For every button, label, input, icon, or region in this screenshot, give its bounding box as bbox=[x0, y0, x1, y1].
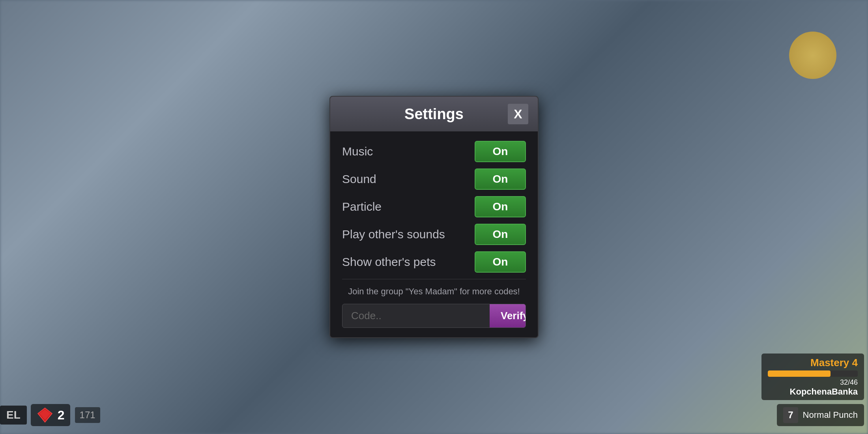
show-others-pets-toggle[interactable]: On bbox=[475, 251, 526, 273]
settings-content: Music On Sound On Particle On Play other… bbox=[330, 141, 538, 328]
group-promo-text: Join the group "Yes Madam" for more code… bbox=[342, 286, 526, 297]
music-label: Music bbox=[342, 145, 373, 158]
sound-label: Sound bbox=[342, 172, 376, 186]
modal-title: Settings bbox=[360, 106, 508, 123]
setting-row-sound: Sound On bbox=[342, 168, 526, 190]
modal-divider bbox=[342, 279, 526, 279]
music-toggle[interactable]: On bbox=[475, 141, 526, 162]
setting-row-particle: Particle On bbox=[342, 196, 526, 217]
play-others-sounds-label: Play other's sounds bbox=[342, 228, 445, 241]
verify-button[interactable]: Verify bbox=[490, 304, 526, 327]
settings-modal: Settings X Music On Sound On Particle On… bbox=[329, 96, 539, 338]
show-others-pets-label: Show other's pets bbox=[342, 255, 436, 269]
particle-label: Particle bbox=[342, 200, 382, 213]
code-input[interactable] bbox=[344, 304, 486, 327]
setting-row-show-others-pets: Show other's pets On bbox=[342, 251, 526, 273]
modal-overlay: Settings X Music On Sound On Particle On… bbox=[0, 0, 868, 434]
play-others-sounds-toggle[interactable]: On bbox=[475, 224, 526, 245]
code-input-row: Verify bbox=[342, 304, 526, 328]
modal-header: Settings X bbox=[330, 97, 538, 131]
particle-toggle[interactable]: On bbox=[475, 196, 526, 217]
setting-row-music: Music On bbox=[342, 141, 526, 162]
close-button[interactable]: X bbox=[508, 104, 528, 124]
setting-row-play-others-sounds: Play other's sounds On bbox=[342, 224, 526, 245]
sound-toggle[interactable]: On bbox=[475, 168, 526, 190]
